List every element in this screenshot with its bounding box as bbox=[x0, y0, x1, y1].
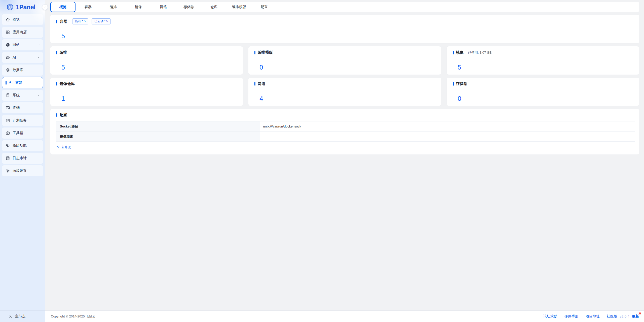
tab[interactable]: 概览 bbox=[50, 2, 75, 12]
config-table: Socket 路径 unix:///var/run/docker.sock 镜像… bbox=[56, 121, 635, 142]
sidebar-item[interactable]: 计划任务 bbox=[2, 115, 43, 126]
app-store-icon bbox=[6, 30, 10, 35]
go-modify-link[interactable]: 去修改 bbox=[56, 145, 71, 149]
image-used-size: 已使用: 3.07 GB bbox=[468, 50, 492, 55]
compose-count: 5 bbox=[61, 64, 239, 71]
container-filter-badge[interactable]: 所有 * 5 bbox=[72, 18, 88, 24]
sidebar-item-label: 日志审计 bbox=[13, 156, 37, 160]
sidebar-item-label: 工具箱 bbox=[13, 131, 37, 135]
compose-template-card-title: 编排模版 bbox=[258, 50, 273, 55]
title-accent-bar bbox=[254, 82, 255, 86]
sidebar-item[interactable]: 系统 bbox=[2, 90, 43, 101]
send-icon bbox=[56, 145, 60, 149]
sidebar-item[interactable]: 概览 bbox=[2, 14, 43, 25]
tab[interactable]: 容器 bbox=[75, 2, 101, 12]
sidebar-item[interactable]: 容器 bbox=[2, 77, 43, 88]
page-footer: Copyright © 2014-2025 飞致云 论坛求助 使用手册 项目地址… bbox=[45, 310, 644, 322]
tab[interactable]: 网络 bbox=[151, 2, 176, 12]
sidebar-item-label: 概览 bbox=[13, 17, 37, 22]
image-count: 5 bbox=[458, 64, 635, 71]
compose-card: 编排 5 bbox=[50, 46, 243, 75]
footer-link[interactable]: 项目地址 bbox=[582, 314, 600, 319]
chevron-down-icon bbox=[37, 43, 40, 47]
chevron-down-icon bbox=[37, 93, 40, 97]
compose-template-count: 0 bbox=[259, 64, 437, 71]
sidebar-item[interactable]: 数据库 bbox=[2, 65, 43, 76]
chevron-left-icon bbox=[44, 6, 47, 9]
title-accent-bar bbox=[56, 20, 57, 23]
title-accent-bar bbox=[56, 82, 57, 86]
copyright-text: Copyright © 2014-2025 飞致云 bbox=[51, 314, 95, 319]
sidebar-item[interactable]: 高级功能 bbox=[2, 140, 43, 151]
go-modify-label: 去修改 bbox=[61, 145, 71, 149]
tab-label: 概览 bbox=[59, 5, 66, 9]
sidebar-item[interactable]: 工具箱 bbox=[2, 127, 43, 139]
app-title: 1Panel bbox=[16, 4, 35, 11]
database-icon bbox=[6, 68, 10, 72]
tab[interactable]: 镜像 bbox=[126, 2, 151, 12]
sidebar-item[interactable]: 应用商店 bbox=[2, 27, 43, 38]
sidebar-item-label: 终端 bbox=[13, 106, 37, 110]
tab-label: 仓库 bbox=[210, 5, 217, 9]
tab[interactable]: 仓库 bbox=[201, 2, 226, 12]
footer-link[interactable]: 使用手册 bbox=[561, 314, 579, 319]
sidebar-item[interactable]: AI bbox=[2, 52, 43, 63]
tab-label: 网络 bbox=[160, 5, 167, 9]
sidebar-item-label: 应用商店 bbox=[13, 30, 37, 35]
chevron-down-icon bbox=[37, 144, 40, 147]
main-body: 概览 容器 编排 镜像 网络 存储卷 bbox=[45, 0, 644, 310]
footer-links: 论坛求助 使用手册 项目地址 社区版 v2.0.4 更新 bbox=[543, 314, 639, 319]
sidebar-item[interactable]: 终端 bbox=[2, 102, 43, 113]
tab-label: 存储卷 bbox=[183, 5, 194, 9]
footer-link[interactable]: 论坛求助 bbox=[543, 314, 557, 319]
toolbox-icon bbox=[6, 131, 10, 135]
title-accent-bar bbox=[453, 51, 454, 54]
image-card-title: 镜像 bbox=[456, 50, 464, 55]
sidebar-item-label: 系统 bbox=[13, 93, 37, 98]
tab[interactable]: 存储卷 bbox=[176, 2, 201, 12]
volume-card: 存储卷 0 bbox=[447, 78, 639, 106]
sidebar-item[interactable]: 面板设置 bbox=[2, 165, 43, 176]
gear-icon bbox=[6, 169, 10, 173]
network-card: 网络 4 bbox=[248, 78, 441, 106]
server-icon bbox=[6, 93, 10, 98]
app-logo[interactable]: 1Panel bbox=[0, 0, 45, 14]
title-accent-bar bbox=[56, 51, 57, 54]
tab-label: 编排 bbox=[110, 5, 117, 9]
robot-icon bbox=[6, 55, 10, 60]
calendar-icon bbox=[6, 118, 10, 123]
node-label: 主节点 bbox=[15, 314, 26, 319]
image-card: 镜像 已使用: 3.07 GB 5 bbox=[447, 46, 639, 75]
container-filter-badges: 所有 * 5 已启动 * 5 bbox=[72, 18, 111, 24]
node-selector[interactable]: 主节点 bbox=[0, 310, 45, 322]
update-link[interactable]: 更新 bbox=[632, 314, 639, 319]
sidebar-item-label: 容器 bbox=[15, 80, 37, 85]
compose-template-card: 编排模版 0 bbox=[248, 46, 441, 75]
network-card-title: 网络 bbox=[258, 81, 265, 86]
tab[interactable]: 编排模版 bbox=[226, 2, 252, 12]
registry-card-title: 镜像仓库 bbox=[60, 81, 75, 86]
terminal-icon bbox=[6, 106, 10, 110]
tab[interactable]: 配置 bbox=[252, 2, 277, 12]
tab-label: 镜像 bbox=[135, 5, 142, 9]
globe-icon bbox=[6, 43, 10, 47]
tab-label: 容器 bbox=[85, 5, 92, 9]
user-icon bbox=[8, 314, 13, 318]
footer-link[interactable]: 社区版 bbox=[603, 314, 617, 319]
container-filter-badge[interactable]: 已启动 * 5 bbox=[92, 18, 111, 24]
tab-bar: 概览 容器 编排 镜像 网络 存储卷 bbox=[50, 2, 639, 12]
sidebar-item[interactable]: 日志审计 bbox=[2, 153, 43, 164]
registry-card: 镜像仓库 1 bbox=[50, 78, 243, 106]
sidebar-item[interactable]: 网站 bbox=[2, 39, 43, 50]
sidebar-menu: 概览 应用商店 网站 AI bbox=[0, 14, 45, 176]
main-area: 概览 容器 编排 镜像 网络 存储卷 bbox=[45, 0, 644, 322]
sidebar-item-label: 网站 bbox=[13, 43, 37, 47]
footer-link-list: 论坛求助 使用手册 项目地址 社区版 bbox=[543, 314, 617, 319]
config-table-row: Socket 路径 unix:///var/run/docker.sock bbox=[56, 121, 635, 132]
registry-count: 1 bbox=[61, 95, 239, 102]
volume-card-title: 存储卷 bbox=[456, 81, 467, 86]
tab[interactable]: 编排 bbox=[101, 2, 126, 12]
sidebar-collapse-button[interactable] bbox=[42, 4, 48, 10]
title-accent-bar bbox=[453, 82, 454, 86]
stats-row-containers: 容器 所有 * 5 已启动 * 5 5 bbox=[50, 15, 639, 43]
